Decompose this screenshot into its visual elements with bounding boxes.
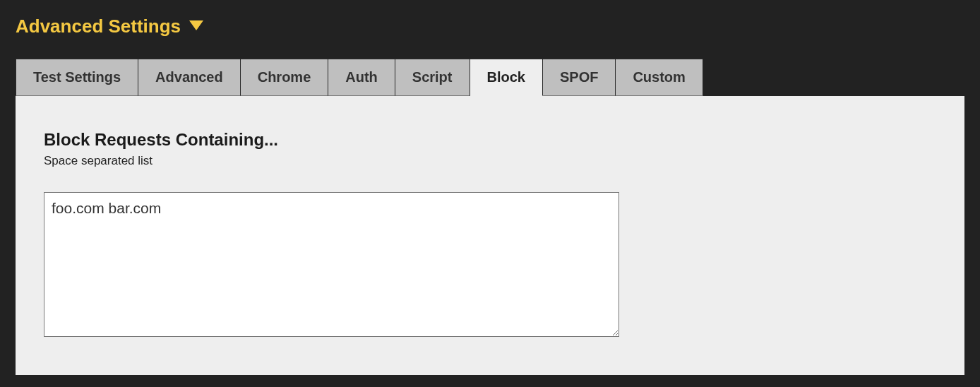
block-title: Block Requests Containing...: [44, 130, 936, 150]
tab-spof[interactable]: SPOF: [543, 59, 616, 96]
tab-test-settings[interactable]: Test Settings: [16, 59, 138, 96]
block-subtitle: Space separated list: [44, 154, 936, 168]
block-panel: Block Requests Containing... Space separ…: [16, 96, 964, 375]
tab-auth[interactable]: Auth: [328, 59, 395, 96]
tabs: Test Settings Advanced Chrome Auth Scrip…: [0, 59, 980, 96]
advanced-settings-header[interactable]: Advanced Settings: [0, 16, 980, 37]
chevron-down-icon: [189, 19, 203, 34]
tab-custom[interactable]: Custom: [616, 59, 703, 96]
advanced-settings-title: Advanced Settings: [16, 16, 181, 37]
block-requests-input[interactable]: [44, 192, 619, 337]
tab-script[interactable]: Script: [395, 59, 470, 96]
tab-chrome[interactable]: Chrome: [241, 59, 329, 96]
tab-block[interactable]: Block: [470, 59, 543, 96]
tab-advanced[interactable]: Advanced: [138, 59, 241, 96]
svg-marker-0: [189, 20, 203, 30]
